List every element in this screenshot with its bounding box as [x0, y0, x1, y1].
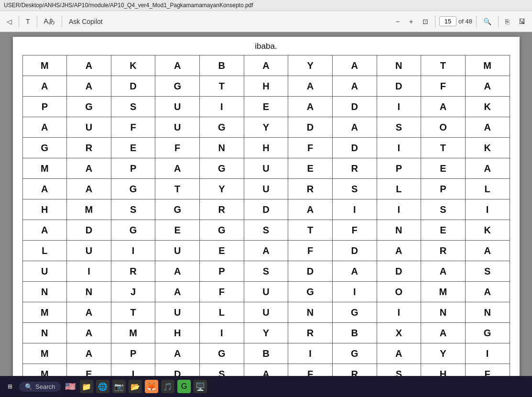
grid-cell: N — [421, 302, 466, 323]
grid-cell: I — [288, 343, 333, 364]
grid-cell: E — [111, 138, 155, 158]
grid-cell: G — [200, 343, 244, 364]
taskbar-icon-4[interactable]: 📂 — [129, 380, 142, 393]
zoom-out-button[interactable]: − — [393, 16, 402, 27]
grid-cell: Y — [244, 117, 288, 138]
grid-cell: N — [377, 220, 421, 241]
taskbar-icon-1[interactable]: 📁 — [80, 380, 93, 393]
grid-cell: F — [332, 220, 377, 241]
taskbar-icon-3[interactable]: 📷 — [112, 380, 126, 393]
grid-cell: A — [288, 97, 333, 117]
grid-cell: M — [22, 302, 67, 323]
table-row: AAGTYURSLPL — [22, 179, 510, 199]
search-button[interactable]: 🔍 — [480, 16, 494, 27]
grid-cell: G — [332, 343, 377, 364]
grid-cell: U — [155, 241, 200, 261]
grid-cell: A — [67, 343, 111, 364]
grid-cell: D — [332, 241, 377, 261]
windows-button[interactable]: ⊞ — [4, 381, 16, 392]
taskbar-icon-2[interactable]: 🌐 — [96, 380, 109, 393]
grid-cell: U — [67, 117, 111, 138]
grid-cell: G — [111, 220, 155, 241]
table-row: PGSUIEADIAK — [22, 97, 510, 117]
grid-cell: F — [200, 282, 244, 302]
back-button[interactable]: ◁ — [4, 16, 15, 27]
zoom-in-button[interactable]: + — [406, 16, 416, 27]
grid-cell: S — [377, 117, 421, 138]
grid-cell: P — [377, 158, 421, 179]
grid-cell: L — [465, 179, 510, 199]
grid-cell: A — [465, 76, 510, 97]
grid-cell: A — [332, 76, 377, 97]
grid-cell: R — [200, 199, 244, 220]
read-aloud-button[interactable]: Aあ — [41, 15, 58, 28]
taskbar-search-icon: 🔍 — [25, 383, 33, 390]
grid-cell: T — [155, 179, 200, 199]
taskbar-icon-6[interactable]: 🎵 — [161, 380, 174, 393]
grid-cell: D — [332, 138, 377, 158]
grid-cell: A — [288, 76, 333, 97]
grid-cell: F — [288, 364, 333, 376]
page-navigation: of 48 — [439, 16, 472, 26]
separator-4 — [435, 16, 435, 27]
separator-2 — [37, 16, 37, 27]
grid-cell: L — [22, 241, 67, 261]
share-button[interactable]: ⎘ — [502, 16, 512, 27]
grid-cell: I — [465, 199, 510, 220]
taskbar-icon-5[interactable]: 🦊 — [145, 380, 158, 393]
grid-cell: I — [111, 364, 155, 376]
text-tool-button[interactable]: T — [23, 16, 33, 27]
grid-cell: S — [111, 199, 155, 220]
grid-cell: E — [67, 364, 111, 376]
grid-cell: Y — [244, 323, 288, 343]
grid-cell: A — [244, 241, 288, 261]
grid-cell: B — [200, 55, 244, 76]
title-bar: USER/Desktop/ANHS/JHS/AP10/module/AP10_Q… — [0, 0, 532, 11]
ask-copilot-button[interactable]: Ask Copilot — [66, 16, 106, 27]
grid-cell: Y — [288, 55, 333, 76]
page-number-input[interactable] — [439, 16, 456, 26]
table-row: LUIUEAFDARA — [22, 241, 510, 261]
grid-cell: P — [111, 343, 155, 364]
table-row: MEIDSAFRSHF — [22, 364, 510, 376]
save-button[interactable]: 🖫 — [516, 16, 528, 27]
word-search-grid: MAKABAYANTMAADGTHAADFAPGSUIEADIAKAUFUGYD… — [22, 55, 510, 376]
grid-cell: A — [155, 55, 200, 76]
grid-cell: S — [377, 364, 421, 376]
grid-cell: A — [22, 117, 67, 138]
grid-cell: U — [244, 179, 288, 199]
grid-cell: B — [332, 323, 377, 343]
grid-cell: L — [377, 179, 421, 199]
grid-cell: P — [200, 261, 244, 282]
grid-cell: S — [244, 261, 288, 282]
grid-cell: R — [332, 364, 377, 376]
grid-cell: G — [67, 97, 111, 117]
table-row: NAMHIYRBXAG — [22, 323, 510, 343]
grid-cell: G — [200, 158, 244, 179]
grid-cell: S — [244, 220, 288, 241]
grid-cell: I — [332, 199, 377, 220]
grid-cell: A — [22, 220, 67, 241]
grid-cell: G — [155, 76, 200, 97]
pdf-area: ibaba. MAKABAYANTMAADGTHAADFAPGSUIEADIAK… — [0, 32, 532, 376]
grid-cell: N — [22, 282, 67, 302]
grid-cell: A — [421, 97, 466, 117]
taskbar-icon-8[interactable]: 🖥️ — [194, 380, 207, 393]
separator-1 — [19, 16, 19, 27]
grid-cell: E — [155, 220, 200, 241]
table-row: HMSGRDAIISI — [22, 199, 510, 220]
grid-cell: N — [200, 138, 244, 158]
grid-cell: I — [377, 97, 421, 117]
table-row: NNJAFUGIOMA — [22, 282, 510, 302]
grid-cell: K — [465, 138, 510, 158]
grid-cell: A — [377, 241, 421, 261]
grid-cell: A — [244, 364, 288, 376]
taskbar-icon-7[interactable]: G — [177, 380, 191, 393]
grid-cell: H — [22, 199, 67, 220]
grid-cell: A — [465, 158, 510, 179]
separator-5 — [476, 16, 477, 27]
grid-cell: M — [111, 323, 155, 343]
table-row: ADGEGSTFNEK — [22, 220, 510, 241]
grid-cell: A — [465, 117, 510, 138]
fit-page-button[interactable]: ⊡ — [420, 16, 431, 27]
